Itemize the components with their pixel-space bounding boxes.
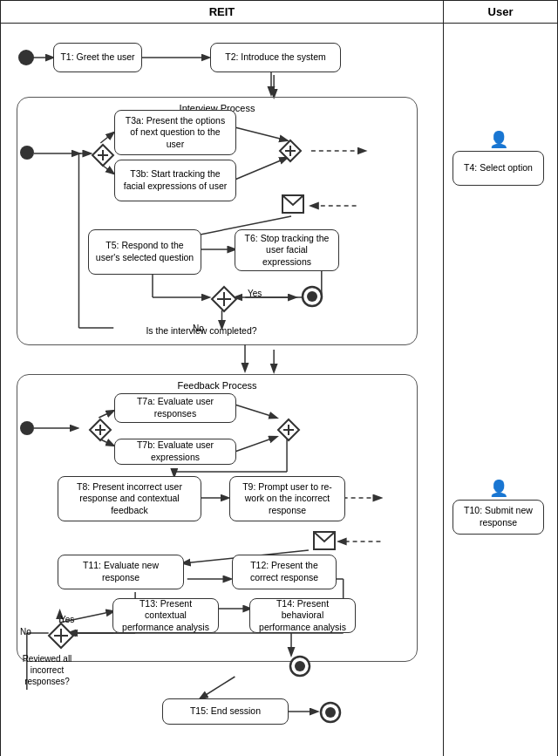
svg-point-76 bbox=[325, 707, 336, 718]
join-diamond-interview bbox=[278, 139, 303, 165]
start-circle-interview bbox=[20, 146, 34, 160]
label-no-feedback: No bbox=[20, 627, 31, 637]
diagram-container: REIT bbox=[0, 0, 558, 756]
task-t3b: T3b: Start tracking the facial expressio… bbox=[114, 160, 236, 201]
fork-diamond-interview bbox=[91, 143, 115, 169]
arrow-interview-to-feedback bbox=[236, 344, 262, 375]
task-t4: T4: Select option bbox=[453, 151, 544, 186]
task-t1: T1: Greet the user bbox=[53, 43, 142, 72]
task-t5: T5: Respond to the user's selected quest… bbox=[88, 229, 201, 275]
decision-diamond-feedback bbox=[47, 622, 75, 651]
subprocess-feedback-label: Feedback Process bbox=[17, 380, 417, 391]
join-diamond-feedback bbox=[276, 418, 301, 444]
interview-completed-label: Is the interview completed? bbox=[114, 325, 289, 336]
task-t6: T6: Stop tracking the user facial expres… bbox=[235, 229, 339, 271]
fork-diamond-feedback bbox=[88, 418, 112, 444]
envelope-feedback bbox=[313, 531, 336, 552]
task-t15: T15: End session bbox=[162, 698, 289, 725]
person-icon-t10: 👤 bbox=[489, 479, 508, 498]
end-circle-interview bbox=[301, 285, 323, 310]
task-t14: T14: Present behavioral performance anal… bbox=[249, 598, 356, 633]
svg-line-48 bbox=[201, 677, 235, 698]
task-t3a: T3a: Present the options of next questio… bbox=[114, 110, 236, 155]
decision-diamond-interview bbox=[210, 285, 238, 315]
end-circle-final bbox=[319, 701, 342, 725]
person-icon-t4: 👤 bbox=[489, 130, 508, 149]
task-t12: T12: Present the correct response bbox=[232, 555, 337, 589]
task-t10: T10: Submit new response bbox=[453, 500, 544, 535]
task-t11: T11: Evaluate new response bbox=[58, 555, 184, 589]
label-yes-interview: Yes bbox=[248, 289, 262, 298]
envelope-interview bbox=[282, 194, 304, 215]
task-t7a: T7a: Evaluate user responses bbox=[114, 393, 236, 423]
svg-point-61 bbox=[307, 291, 317, 302]
lane-reit: REIT bbox=[1, 1, 444, 756]
task-t7b: T7b: Evaluate user expressions bbox=[114, 439, 236, 465]
task-t8: T8: Present incorrect user response and … bbox=[58, 476, 201, 521]
lane-header-reit: REIT bbox=[1, 1, 443, 24]
lane-header-user: User bbox=[444, 1, 557, 24]
lane-user: User 👤 T4: Select option 👤 T10: Submit n… bbox=[444, 1, 557, 756]
svg-point-74 bbox=[295, 661, 305, 671]
t10-container: 👤 T10: Submit new response bbox=[453, 479, 544, 535]
task-t2: T2: Introduce the system bbox=[210, 43, 341, 72]
task-t9: T9: Prompt user to re-work on the incorr… bbox=[229, 476, 345, 521]
arrow-t2-down bbox=[267, 72, 284, 100]
task-t13: T13: Present contextual performance anal… bbox=[112, 598, 219, 633]
t4-container: 👤 T4: Select option bbox=[453, 130, 544, 186]
label-yes-feedback: Yes bbox=[60, 615, 74, 624]
end-circle-feedback-inner bbox=[289, 655, 311, 679]
start-circle-feedback bbox=[20, 421, 34, 435]
reviewed-label: Reviewed all incorrect responses? bbox=[17, 653, 78, 687]
start-circle-top bbox=[18, 50, 34, 65]
